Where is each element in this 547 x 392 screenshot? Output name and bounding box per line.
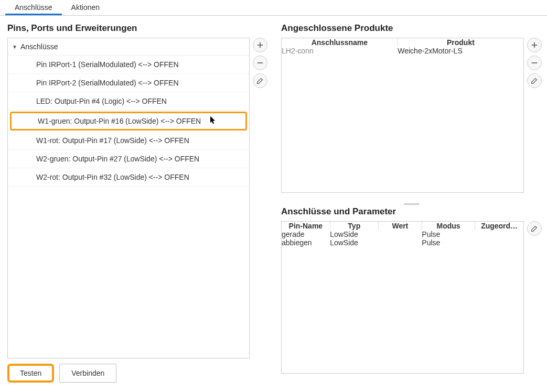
horizontal-resize-handle[interactable] xyxy=(281,201,542,206)
params-section-title: Anschlüsse und Parameter xyxy=(281,206,542,217)
tab-bar: Anschlüsse Aktionen xyxy=(0,0,547,16)
cell-value xyxy=(378,238,422,247)
products-action-buttons xyxy=(527,38,542,193)
tree-item[interactable]: Pin IRPort-2 (SerialModulated) <--> OFFE… xyxy=(8,74,249,92)
params-header-value: Wert xyxy=(378,222,422,230)
remove-button[interactable] xyxy=(253,56,267,70)
cell-mode: Pulse xyxy=(422,230,475,238)
tree-item-selected[interactable]: W1-gruen: Output-Pin #16 (LowSide) <--> … xyxy=(10,112,247,130)
params-header-pin: Pin-Name xyxy=(282,222,330,230)
test-button[interactable]: Testen xyxy=(7,364,54,383)
cell-type: LowSide xyxy=(330,230,378,238)
add-button[interactable] xyxy=(527,38,542,52)
pins-tree: ▼ Anschlüsse Pin IRPort-1 (SerialModulat… xyxy=(7,38,250,358)
tree-item[interactable]: Pin IRPort-1 (SerialModulated) <--> OFFE… xyxy=(8,56,249,74)
cursor-icon xyxy=(210,116,217,126)
add-button[interactable] xyxy=(253,38,267,52)
left-panel: Pins, Ports und Erweiterungen ▼ Anschlüs… xyxy=(0,16,273,392)
edit-button[interactable] xyxy=(253,73,267,88)
cell-pin: abbiegen xyxy=(282,238,330,247)
chevron-down-icon: ▼ xyxy=(12,44,17,50)
table-row[interactable]: LH2-conn Weiche-2xMotor-LS xyxy=(282,47,523,55)
cell-assigned xyxy=(475,230,523,238)
params-header-assigned: Zugeord… xyxy=(475,222,523,230)
cell-mode: Pulse xyxy=(422,238,475,247)
edit-button[interactable] xyxy=(527,73,542,88)
products-header-conn: Anschlussname xyxy=(282,38,398,47)
tab-actions[interactable]: Aktionen xyxy=(62,0,109,15)
tree-item[interactable]: W1-rot: Output-Pin #17 (LowSide) <--> OF… xyxy=(8,132,249,150)
tree-item-label: W1-gruen: Output-Pin #16 (LowSide) <--> … xyxy=(38,117,201,125)
table-row[interactable]: abbiegen LowSide Pulse xyxy=(282,238,523,247)
right-panel: Angeschlossene Produkte Anschlussname Pr… xyxy=(273,16,547,392)
tree-root-item[interactable]: ▼ Anschlüsse xyxy=(8,38,249,56)
edit-button[interactable] xyxy=(527,221,542,236)
tab-connections[interactable]: Anschlüsse xyxy=(5,0,62,15)
tree-item[interactable]: W2-rot: Output-Pin #32 (LowSide) <--> OF… xyxy=(8,168,249,187)
remove-button[interactable] xyxy=(527,56,542,70)
cell-pin: gerade xyxy=(282,230,330,238)
cell-assigned xyxy=(475,238,523,247)
tree-item[interactable]: W2-gruen: Output-Pin #27 (LowSide) <--> … xyxy=(8,150,249,168)
tree-root-label: Anschlüsse xyxy=(20,42,58,51)
params-table: Pin-Name Typ Wert Modus Zugeord… gerade … xyxy=(281,221,524,374)
bottom-buttons: Testen Verbinden xyxy=(7,364,267,388)
cell-value xyxy=(378,230,422,238)
cell-type: LowSide xyxy=(330,238,378,247)
params-header-mode: Modus xyxy=(422,222,475,230)
products-section-title: Angeschlossene Produkte xyxy=(281,23,542,34)
products-table: Anschlussname Produkt LH2-conn Weiche-2x… xyxy=(281,38,524,193)
tree-action-buttons xyxy=(253,38,267,358)
pins-section-title: Pins, Ports und Erweiterungen xyxy=(7,23,267,34)
params-header-type: Typ xyxy=(330,222,378,230)
params-action-buttons xyxy=(527,221,542,374)
cell-product: Weiche-2xMotor-LS xyxy=(398,47,523,55)
table-row[interactable]: gerade LowSide Pulse xyxy=(282,230,523,238)
connect-button[interactable]: Verbinden xyxy=(59,364,116,383)
products-header-product: Produkt xyxy=(398,38,523,47)
tree-item[interactable]: LED: Output-Pin #4 (Logic) <--> OFFEN xyxy=(8,92,249,111)
cell-conn-name: LH2-conn xyxy=(282,47,398,55)
